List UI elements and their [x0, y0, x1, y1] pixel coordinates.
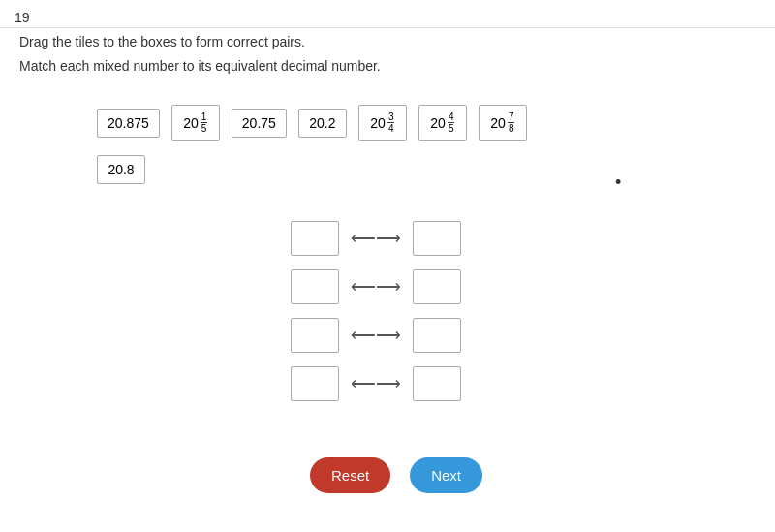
tile-208[interactable]: 20.8	[97, 155, 145, 184]
drop-box-left-1[interactable]	[291, 221, 339, 256]
reset-button[interactable]: Reset	[310, 457, 390, 493]
dot-decoration: •	[615, 172, 621, 193]
tile-202[interactable]: 20.2	[298, 109, 347, 138]
drop-box-left-3[interactable]	[291, 318, 339, 353]
tile-20875[interactable]: 20.875	[97, 109, 160, 138]
pair-row-4: ⟵⟶	[291, 366, 461, 401]
divider	[0, 27, 775, 28]
pairs-area: ⟵⟶ ⟵⟶ ⟵⟶ ⟵⟶	[291, 221, 461, 401]
instruction-line2: Match each mixed number to its equivalen…	[19, 58, 381, 74]
next-button[interactable]: Next	[410, 457, 482, 493]
drop-box-right-3[interactable]	[413, 318, 461, 353]
arrow-connector-1: ⟵⟶	[347, 228, 405, 249]
drop-box-left-4[interactable]	[291, 366, 339, 401]
tile-201fifth[interactable]: 20 1 5	[171, 105, 220, 141]
pair-row-3: ⟵⟶	[291, 318, 461, 353]
tile-207eighth[interactable]: 20 7 8	[479, 105, 527, 141]
instruction-line1: Drag the tiles to the boxes to form corr…	[19, 34, 305, 49]
arrow-connector-2: ⟵⟶	[347, 276, 405, 297]
arrow-connector-3: ⟵⟶	[347, 325, 405, 346]
pair-row-1: ⟵⟶	[291, 221, 461, 256]
tile-204fifth[interactable]: 20 4 5	[418, 105, 467, 141]
buttons-area: Reset Next	[310, 457, 482, 493]
drop-box-right-2[interactable]	[413, 269, 461, 304]
drop-box-left-2[interactable]	[291, 269, 339, 304]
arrow-connector-4: ⟵⟶	[347, 373, 405, 394]
drop-box-right-4[interactable]	[413, 366, 461, 401]
tile-2075[interactable]: 20.75	[232, 109, 287, 138]
tile-203fourth[interactable]: 20 3 4	[358, 105, 407, 141]
pair-row-2: ⟵⟶	[291, 269, 461, 304]
tiles-row-1: 20.875 20 1 5 20.75 20.2 20 3 4 20 4	[97, 105, 527, 141]
drop-box-right-1[interactable]	[413, 221, 461, 256]
question-number: 19	[15, 10, 30, 25]
